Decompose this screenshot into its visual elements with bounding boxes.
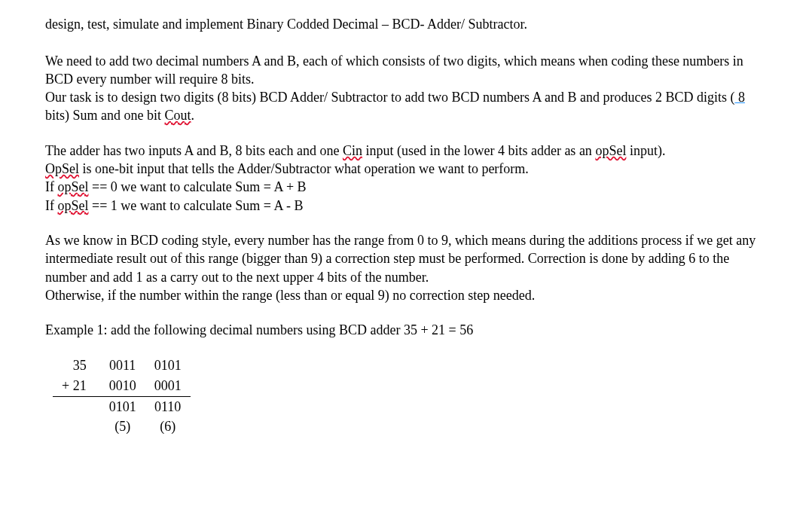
calc-empty (53, 417, 100, 436)
intro-para-line2: Our task is to design two digits (8 bits… (45, 88, 767, 125)
text: If (45, 198, 58, 213)
calc-digit-high: (5) (100, 417, 145, 436)
calc-operand-b: + 21 (53, 376, 100, 397)
calc-cell: 0001 (145, 376, 191, 397)
calc-cell: 0011 (100, 356, 145, 375)
calc-digit-low: (6) (145, 417, 191, 436)
calc-sum-high: 0101 (100, 397, 145, 417)
text: If (45, 179, 58, 194)
text: == 0 we want to calculate Sum = A + B (89, 179, 307, 194)
adder-para-line3: If opSel == 0 we want to calculate Sum =… (45, 178, 767, 196)
opsel-word: opSel (58, 179, 89, 194)
text: == 1 we want to calculate Sum = A - B (89, 198, 304, 213)
adder-para-line4: If opSel == 1 we want to calculate Sum =… (45, 197, 767, 215)
calc-operand-a: 35 (53, 356, 100, 375)
adder-para-line2: OpSel is one-bit input that tells the Ad… (45, 160, 767, 178)
example-label: Example 1: add the following decimal num… (45, 321, 767, 339)
table-row: (5) (6) (53, 417, 191, 436)
bcd-range-para-otherwise: Otherwise, if the number within the rang… (45, 286, 767, 304)
table-row: 35 0011 0101 (53, 356, 191, 375)
cin-word: Cin (343, 143, 362, 158)
intro-para-line1: We need to add two decimal numbers A and… (45, 52, 767, 89)
opsel-word: opSel (58, 198, 89, 213)
text: . (191, 108, 195, 123)
calc-empty (53, 397, 100, 417)
title-rest: , test, simulate and implement Binary Co… (81, 17, 527, 32)
calc-sum-low: 0110 (145, 397, 191, 417)
text: input). (626, 143, 665, 158)
calculation-table: 35 0011 0101 + 21 0010 0001 0101 0110 (5… (53, 356, 191, 436)
calc-cell: 0010 (100, 376, 145, 397)
text: bits) Sum and one bit (45, 108, 165, 123)
opsel-cap-word: OpSel (45, 161, 79, 176)
table-row: 0101 0110 (53, 397, 191, 417)
table-row: + 21 0010 0001 (53, 376, 191, 397)
text: Our task is to design two digits (8 bits… (45, 90, 734, 105)
bcd-range-para: As we know in BCD coding style, every nu… (45, 231, 767, 286)
text: is one-bit input that tells the Adder/Su… (79, 161, 529, 176)
title-line: design, test, simulate and implement Bin… (45, 15, 767, 33)
text: input (used in the lower 4 bits adder as… (362, 143, 595, 158)
calc-cell: 0101 (145, 356, 191, 375)
eight-bits: 8 (734, 90, 745, 105)
opsel-word: opSel (595, 143, 626, 158)
title-word: design (45, 17, 81, 32)
text: The adder has two inputs A and B, 8 bits… (45, 143, 343, 158)
adder-para-line1: The adder has two inputs A and B, 8 bits… (45, 142, 767, 160)
cout-word: Cout (165, 108, 191, 123)
